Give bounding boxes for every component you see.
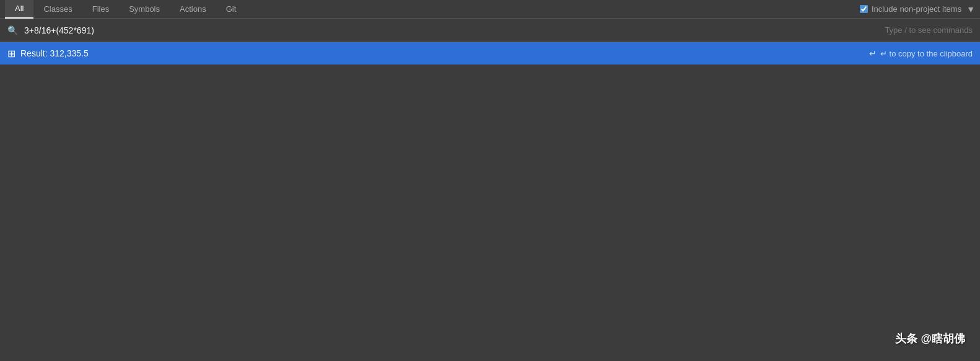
tab-symbols[interactable]: Symbols	[119, 0, 170, 19]
tab-bar: All Classes Files Symbols Actions Git In…	[0, 0, 980, 19]
content-area	[0, 65, 980, 342]
filter-icon[interactable]: ▼	[966, 4, 975, 14]
result-row[interactable]: ⊞ Result: 312,335.5 ↵ ↵ to copy to the c…	[0, 42, 980, 65]
tab-classes[interactable]: Classes	[33, 0, 82, 19]
search-icon: 🔍	[7, 25, 18, 35]
include-non-project-label[interactable]: Include non-project items	[860, 4, 961, 14]
tab-files[interactable]: Files	[82, 0, 119, 19]
include-non-project-checkbox[interactable]	[860, 5, 868, 13]
include-non-project-text: Include non-project items	[872, 4, 961, 14]
result-icon: ⊞	[7, 48, 15, 60]
tab-bar-right: Include non-project items ▼	[860, 4, 975, 14]
result-left: ⊞ Result: 312,335.5	[7, 48, 89, 60]
tab-actions[interactable]: Actions	[170, 0, 216, 19]
result-right: ↵ ↵ to copy to the clipboard	[869, 48, 973, 58]
result-text: Result: 312,335.5	[20, 48, 89, 58]
result-action-hint: ↵ to copy to the clipboard	[880, 49, 973, 58]
tab-git[interactable]: Git	[216, 0, 247, 19]
search-hint: Type / to see commands	[885, 25, 973, 35]
search-bar: 🔍 Type / to see commands	[0, 19, 980, 42]
search-input[interactable]	[24, 25, 878, 35]
enter-icon: ↵	[869, 48, 877, 58]
tab-all[interactable]: All	[5, 0, 33, 19]
